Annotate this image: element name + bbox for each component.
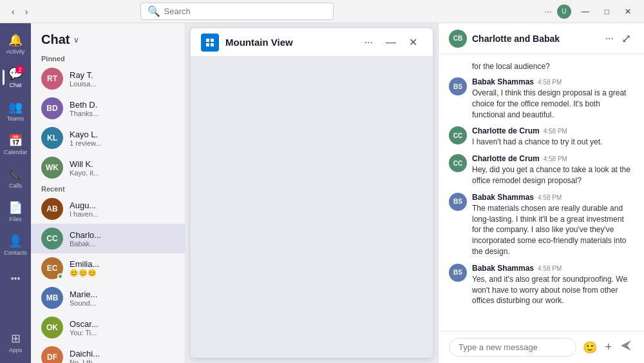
message-group-babak-3: BS Babak Shammas 4:58 PM Yes, and it's a…	[449, 264, 634, 306]
message-group-charlotte-2: CC Charlotte de Crum 4:58 PM Hey, did yo…	[449, 154, 634, 186]
message-intro-text: for the local audience?	[449, 62, 634, 71]
chat-list-panel: Chat ∨ Pinned RT Ray T. Louisa... BD Bet…	[31, 23, 185, 363]
search-bar[interactable]: 🔍	[140, 3, 334, 20]
panel-more-button[interactable]: ···	[603, 29, 616, 48]
user-avatar[interactable]: U	[557, 5, 571, 19]
panel-expand-button[interactable]: ⤢	[619, 29, 634, 48]
files-icon: 📄	[8, 201, 23, 215]
chat-item-kayo[interactable]: KL Kayo L. 1 review...	[31, 123, 185, 153]
right-panel-title: Charlotte and Babak	[472, 34, 598, 44]
chat-item-will[interactable]: WK Will K. Kayo, it...	[31, 153, 185, 182]
msg-text-charlotte-1: I haven't had a chance to try it out yet…	[472, 137, 634, 148]
back-button[interactable]: ‹	[8, 5, 19, 18]
chat-name-charlotte: Charlo...	[70, 230, 175, 240]
mv-title: Mountain View	[225, 37, 353, 48]
chat-preview-aug: I haven...	[70, 210, 175, 218]
msg-header-babak-2: Babak Shammas 4:58 PM	[472, 193, 634, 202]
sidebar-item-files[interactable]: 📄 Files	[3, 196, 28, 227]
svg-rect-1	[211, 39, 214, 42]
chat-info-beth: Beth D. Thanks...	[70, 100, 175, 117]
teams-icon: 👥	[8, 100, 23, 114]
chat-item-ray[interactable]: RT Ray T. Louisa...	[31, 64, 185, 93]
mv-app-icon	[201, 34, 219, 52]
recent-section-label: Recent	[31, 182, 185, 194]
msg-text-babak-1: Overall, I think this design proposal is…	[472, 88, 634, 120]
mv-more-button[interactable]: ···	[359, 34, 378, 51]
sidebar-label-calendar: Calendar	[4, 149, 28, 155]
more-options[interactable]: ···	[545, 6, 552, 16]
msg-header-charlotte-1: Charlotte de Crum 4:58 PM	[472, 126, 634, 135]
message-input[interactable]	[449, 338, 576, 357]
msg-name-babak-3: Babak Shammas	[472, 264, 534, 273]
chat-info-emilia: Emilia... 😊😊😊	[70, 259, 175, 277]
chat-name-ray: Ray T.	[70, 70, 175, 80]
chat-item-aug[interactable]: AB Augu... I haven...	[31, 194, 185, 224]
avatar-babak-3: BS	[449, 264, 467, 282]
minimize-button[interactable]: —	[576, 6, 594, 17]
chat-badge: 2	[15, 66, 24, 74]
avatar-ray: RT	[41, 68, 63, 90]
message-group-babak-1: BS Babak Shammas 4:58 PM Overall, I thin…	[449, 77, 634, 120]
emoji-button[interactable]: 🙂	[582, 339, 598, 356]
sidebar-item-contacts[interactable]: 👤 Contacts	[3, 230, 28, 260]
calls-icon: 📞	[8, 167, 23, 181]
sidebar-item-calendar[interactable]: 📅 Calendar	[3, 129, 28, 160]
message-group-babak-2: BS Babak Shammas 4:58 PM The materials c…	[449, 193, 634, 257]
msg-content-charlotte-1: Charlotte de Crum 4:58 PM I haven't had …	[472, 126, 634, 148]
chat-name-kayo: Kayo L.	[70, 130, 175, 139]
chat-preview-beth: Thanks...	[70, 110, 175, 117]
sidebar-item-calls[interactable]: 📞 Calls	[3, 162, 28, 193]
chat-list-chevron[interactable]: ∨	[73, 35, 79, 44]
msg-text-babak-3: Yes, and it's also great for soundproofi…	[472, 274, 634, 306]
chat-item-emilia[interactable]: EC Emilia... 😊😊😊	[31, 253, 185, 283]
chat-preview-marie: Sound...	[70, 299, 175, 307]
msg-content-babak-3: Babak Shammas 4:58 PM Yes, and it's also…	[472, 264, 634, 306]
sidebar-item-apps[interactable]: ⊞ Apps	[3, 327, 28, 358]
sidebar-label-teams: Teams	[7, 115, 24, 122]
msg-time-babak-2: 4:58 PM	[538, 194, 562, 201]
sidebar-item-teams[interactable]: 👥 Teams	[3, 95, 28, 126]
mv-close-button[interactable]: ✕	[404, 34, 422, 51]
chat-item-oscar[interactable]: OK Oscar... You: Ti...	[31, 313, 185, 342]
chat-preview-daichi: No, I th...	[70, 358, 175, 364]
avatar-oscar: OK	[41, 317, 63, 338]
chat-info-charlotte: Charlo... Babak...	[70, 230, 175, 248]
svg-rect-3	[211, 43, 214, 46]
avatar-beth: BD	[41, 97, 63, 119]
sidebar-label-files: Files	[9, 216, 21, 222]
sidebar-item-chat[interactable]: 💬 Chat 2	[3, 62, 28, 93]
msg-header-charlotte-2: Charlotte de Crum 4:58 PM	[472, 154, 634, 163]
search-input[interactable]	[164, 6, 327, 16]
avatar-kayo: KL	[41, 127, 63, 149]
sidebar-item-activity[interactable]: 🔔 Activity	[3, 28, 28, 59]
message-group-charlotte-1: CC Charlotte de Crum 4:58 PM I haven't h…	[449, 126, 634, 148]
msg-header-babak-1: Babak Shammas 4:58 PM	[472, 77, 634, 86]
maximize-button[interactable]: □	[600, 6, 614, 17]
avatar-marie: MB	[41, 287, 63, 309]
chat-item-beth[interactable]: BD Beth D. Thanks...	[31, 93, 185, 123]
chat-item-marie[interactable]: MB Marie... Sound...	[31, 283, 185, 313]
chat-name-aug: Augu...	[70, 201, 175, 210]
apps-icon: ⊞	[11, 331, 21, 346]
chat-item-daichi[interactable]: DF Daichi... No, I th...	[31, 342, 185, 363]
sidebar-item-more[interactable]: •••	[3, 263, 28, 294]
sidebar-label-apps: Apps	[9, 347, 23, 353]
nav-buttons: ‹ ›	[8, 5, 32, 18]
chat-name-oscar: Oscar...	[70, 319, 175, 329]
add-attachment-button[interactable]: +	[603, 339, 613, 355]
svg-rect-0	[206, 39, 209, 42]
sidebar-label-contacts: Contacts	[4, 250, 27, 256]
avatar-aug: AB	[41, 198, 63, 220]
avatar-charlotte-2: CC	[449, 154, 467, 172]
chat-name-marie: Marie...	[70, 289, 175, 299]
chat-item-charlotte[interactable]: CC Charlo... Babak...	[31, 224, 185, 253]
close-button[interactable]: ✕	[620, 6, 636, 17]
chat-info-kayo: Kayo L. 1 review...	[70, 130, 175, 147]
send-button[interactable]	[618, 338, 634, 357]
msg-name-babak-1: Babak Shammas	[472, 77, 534, 86]
chat-preview-kayo: 1 review...	[70, 139, 175, 147]
mountain-view-window: Mountain View ··· — ✕	[191, 28, 433, 358]
mv-minimize-button[interactable]: —	[381, 34, 401, 51]
forward-button[interactable]: ›	[21, 5, 32, 18]
sidebar-label-activity: Activity	[6, 48, 25, 55]
